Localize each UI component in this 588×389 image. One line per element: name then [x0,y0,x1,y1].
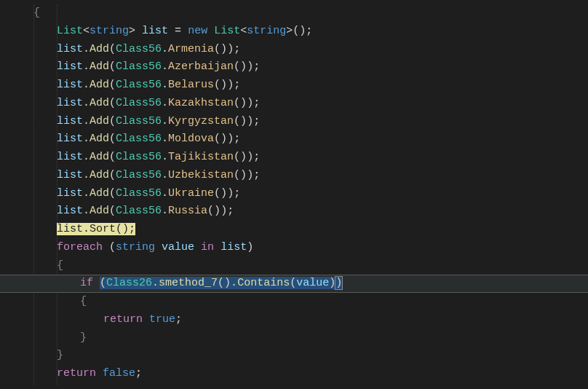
code-line-add: list.Add(Class56.Russia()); [13,203,588,221]
argument: value [296,277,329,289]
close-brace: } [57,347,63,365]
if-keyword: if [80,277,93,289]
country-member: Uzbekistan [168,169,234,181]
method-add: Add [90,169,109,181]
country-member: Tajikistan [168,151,234,163]
country-member: Moldova [168,133,214,145]
class-name: Class56 [116,205,162,217]
method-smethod7: smethod_7 [159,277,218,289]
open-brace: { [33,4,40,23]
variable: list [57,169,83,181]
true-literal: true [149,313,175,326]
method-add: Add [90,187,109,200]
country-member: Russia [168,205,207,217]
code-line: { [13,257,588,275]
variable: list [57,97,83,109]
class-name: Class56 [116,151,162,163]
new-keyword: new [188,25,207,37]
method-add: Add [90,151,109,163]
class-name: Class56 [116,115,162,127]
class-name: Class56 [116,60,162,73]
code-line-add: list.Add(Class56.Armenia()); [13,41,588,59]
class-name: Class56 [116,97,162,109]
variable: list [220,241,247,254]
code-line: List<string> list = new List<string>(); [13,23,588,41]
country-member: Ukraine [168,187,214,200]
variable: list [57,187,83,200]
country-member: Armenia [168,43,214,55]
semicolon: ; [135,367,142,380]
class-name: Class56 [116,187,162,200]
false-literal: false [103,367,135,380]
variable: list [57,205,83,217]
return-keyword: return [57,367,96,380]
method-sort: Sort [90,223,116,235]
class-name: Class56 [116,133,162,145]
code-line-add: list.Add(Class56.Azerbaijan()); [13,58,588,76]
code-line-sort: list.Sort(); [13,221,588,239]
code-line-add: list.Add(Class56.Uzbekistan()); [13,167,588,185]
code-line-add: list.Add(Class56.Kyrgyzstan()); [13,113,588,131]
country-member: Azerbaijan [168,60,234,73]
country-member: Belarus [168,79,214,91]
semicolon: ; [306,25,312,37]
code-line: { [13,4,588,23]
close-brace: } [80,329,87,347]
selection-highlight: list.Sort(); [57,223,135,235]
loop-variable: value [162,241,194,254]
class-name: Class56 [116,43,162,55]
code-line-add: list.Add(Class56.Moldova()); [13,130,588,149]
in-keyword: in [201,241,214,254]
method-add: Add [90,43,109,55]
code-line-add: list.Add(Class56.Tajikistan()); [13,149,588,167]
method-add: Add [90,133,109,145]
type-param: string [90,25,129,37]
method-add: Add [90,79,109,91]
code-line: return false; [13,365,588,383]
code-line-add: list.Add(Class56.Ukraine()); [13,185,588,203]
type-name: List [57,25,83,37]
open-brace: { [57,257,63,275]
variable: list [57,151,83,163]
variable: list [57,223,83,235]
variable: list [57,43,83,55]
semicolon: ; [129,223,135,235]
code-line-add: list.Add(Class56.Belarus()); [13,76,588,95]
variable: list [142,25,168,37]
type-keyword: string [116,241,155,254]
class-name: Class56 [116,169,162,181]
assign-op: = [175,25,181,37]
code-line: } [13,329,588,347]
ctor-parens: () [293,25,306,37]
semicolon: ; [175,313,182,326]
open-brace: { [80,293,87,311]
method-add: Add [90,60,109,73]
method-add: Add [90,97,109,109]
variable: list [57,79,83,91]
variable: list [57,115,83,127]
method-add: Add [90,115,109,127]
code-line: return true; [13,311,588,329]
foreach-keyword: foreach [57,241,103,254]
country-member: Kyrgyzstan [168,115,234,127]
code-editor[interactable]: { List<string> list = new List<string>()… [13,4,588,383]
code-line-add: list.Add(Class56.Kazakhstan()); [13,95,588,113]
variable: list [57,60,83,73]
ctor-type: List [214,25,240,37]
class-name: Class56 [116,79,162,91]
code-line: foreach (string value in list) [13,239,588,257]
variable: list [57,133,83,145]
return-keyword: return [103,313,143,326]
class-name: Class26 [106,277,152,289]
parens: () [116,223,129,235]
ctor-type-param: string [247,25,286,37]
code-line: } [13,347,588,365]
country-member: Kazakhstan [168,97,234,109]
method-add: Add [90,205,109,217]
code-line-current: if (Class26.smethod_7().Contains(value)) [13,275,588,293]
code-line: { [13,293,588,311]
method-contains: Contains [237,277,290,289]
